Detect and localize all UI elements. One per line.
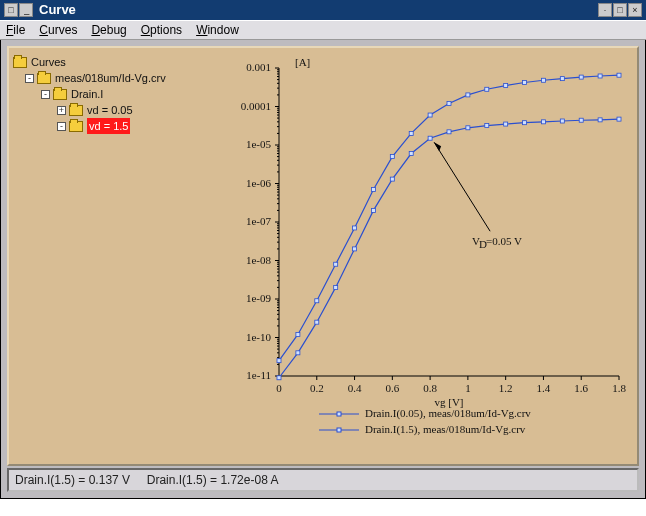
svg-text:1.4: 1.4: [537, 382, 551, 394]
svg-text:1e-07: 1e-07: [246, 215, 272, 227]
svg-rect-119: [523, 121, 527, 125]
svg-text:0.001: 0.001: [246, 61, 271, 73]
svg-text:0.8: 0.8: [423, 382, 437, 394]
svg-text:0.4: 0.4: [348, 382, 362, 394]
chart: 1e-111e-101e-091e-081e-071e-061e-050.000…: [209, 54, 629, 462]
svg-text:=0.05 V: =0.05 V: [486, 235, 522, 247]
menu-debug[interactable]: Debug: [91, 23, 126, 37]
svg-rect-138: [523, 81, 527, 85]
svg-rect-116: [466, 126, 470, 130]
svg-rect-121: [560, 119, 564, 123]
svg-rect-132: [409, 131, 413, 135]
client-area: Curves -meas/018um/Id-Vg.crv -Drain.I +v…: [7, 46, 639, 466]
svg-rect-107: [296, 351, 300, 355]
svg-text:1e-08: 1e-08: [246, 254, 272, 266]
svg-rect-127: [315, 299, 319, 303]
pin-icon[interactable]: ⎯: [19, 3, 33, 17]
maximize-icon[interactable]: □: [613, 3, 627, 17]
collapse-icon[interactable]: -: [57, 122, 66, 131]
menu-options[interactable]: Options: [141, 23, 182, 37]
svg-rect-109: [334, 285, 338, 289]
svg-rect-120: [541, 120, 545, 124]
svg-rect-133: [428, 113, 432, 117]
svg-text:0: 0: [276, 382, 282, 394]
tree-group[interactable]: Drain.I: [71, 86, 103, 102]
svg-rect-113: [409, 152, 413, 156]
status-right: Drain.I(1.5) = 1.72e-08 A: [147, 473, 279, 487]
svg-rect-124: [617, 117, 621, 121]
svg-rect-111: [371, 208, 375, 212]
svg-rect-115: [447, 130, 451, 134]
tree-node-vd15[interactable]: vd = 1.5: [87, 118, 130, 134]
svg-text:[A]: [A]: [295, 56, 310, 68]
folder-icon: [13, 57, 27, 68]
window-title: Curve: [39, 0, 76, 20]
svg-rect-153: [337, 428, 341, 432]
folder-icon: [69, 121, 83, 132]
svg-rect-134: [447, 101, 451, 105]
svg-text:0.0001: 0.0001: [241, 100, 271, 112]
svg-text:Drain.I(1.5), meas/018um/Id-Vg: Drain.I(1.5), meas/018um/Id-Vg.crv: [365, 423, 526, 436]
svg-rect-114: [428, 136, 432, 140]
svg-text:1.2: 1.2: [499, 382, 513, 394]
expand-icon[interactable]: +: [57, 106, 66, 115]
svg-text:1.8: 1.8: [612, 382, 626, 394]
plot-area: 1e-111e-101e-091e-081e-071e-061e-050.000…: [209, 48, 637, 464]
menu-window[interactable]: Window: [196, 23, 239, 37]
menu-curves[interactable]: Curves: [39, 23, 77, 37]
svg-text:Drain.I(0.05), meas/018um/Id-V: Drain.I(0.05), meas/018um/Id-Vg.crv: [365, 407, 531, 420]
svg-rect-126: [296, 332, 300, 336]
svg-line-144: [434, 142, 490, 231]
svg-rect-140: [560, 77, 564, 81]
svg-rect-130: [371, 187, 375, 191]
svg-rect-112: [390, 177, 394, 181]
svg-rect-108: [315, 320, 319, 324]
minimize-icon[interactable]: ·: [598, 3, 612, 17]
svg-rect-117: [485, 124, 489, 128]
svg-text:1e-11: 1e-11: [246, 369, 271, 381]
svg-rect-136: [485, 87, 489, 91]
svg-rect-143: [617, 73, 621, 77]
menu-file[interactable]: File: [6, 23, 25, 37]
svg-rect-125: [277, 359, 281, 363]
collapse-icon[interactable]: -: [25, 74, 34, 83]
svg-rect-122: [579, 118, 583, 122]
svg-rect-135: [466, 93, 470, 97]
svg-text:1e-05: 1e-05: [246, 138, 272, 150]
titlebar: □ ⎯ Curve · □ ×: [0, 0, 646, 20]
svg-text:1: 1: [465, 382, 471, 394]
status-left: Drain.I(1.5) = 0.137 V: [15, 473, 130, 487]
svg-rect-150: [337, 412, 341, 416]
svg-text:1e-10: 1e-10: [246, 331, 272, 343]
svg-rect-106: [277, 376, 281, 380]
curve-tree[interactable]: Curves -meas/018um/Id-Vg.crv -Drain.I +v…: [9, 48, 209, 464]
svg-rect-129: [353, 226, 357, 230]
collapse-icon[interactable]: -: [41, 90, 50, 99]
statusbar: Drain.I(1.5) = 0.137 V Drain.I(1.5) = 1.…: [7, 468, 639, 492]
menubar: File Curves Debug Options Window: [0, 20, 646, 40]
svg-rect-123: [598, 118, 602, 122]
svg-rect-110: [353, 247, 357, 251]
close-icon[interactable]: ×: [628, 3, 642, 17]
svg-rect-142: [598, 74, 602, 78]
tree-node-vd005[interactable]: vd = 0.05: [87, 102, 133, 118]
workspace: Curves -meas/018um/Id-Vg.crv -Drain.I +v…: [0, 40, 646, 499]
svg-rect-131: [390, 155, 394, 159]
svg-rect-128: [334, 262, 338, 266]
svg-rect-141: [579, 75, 583, 79]
svg-text:1.6: 1.6: [574, 382, 588, 394]
svg-text:0.6: 0.6: [385, 382, 399, 394]
svg-marker-145: [434, 142, 441, 151]
svg-text:1e-06: 1e-06: [246, 177, 272, 189]
tree-root[interactable]: Curves: [31, 54, 66, 70]
svg-text:0.2: 0.2: [310, 382, 324, 394]
svg-rect-137: [504, 84, 508, 88]
folder-icon: [37, 73, 51, 84]
svg-text:1e-09: 1e-09: [246, 292, 272, 304]
folder-icon: [69, 105, 83, 116]
tree-file[interactable]: meas/018um/Id-Vg.crv: [55, 70, 166, 86]
sysmenu-icon[interactable]: □: [4, 3, 18, 17]
folder-icon: [53, 89, 67, 100]
svg-rect-118: [504, 122, 508, 126]
svg-rect-139: [541, 78, 545, 82]
